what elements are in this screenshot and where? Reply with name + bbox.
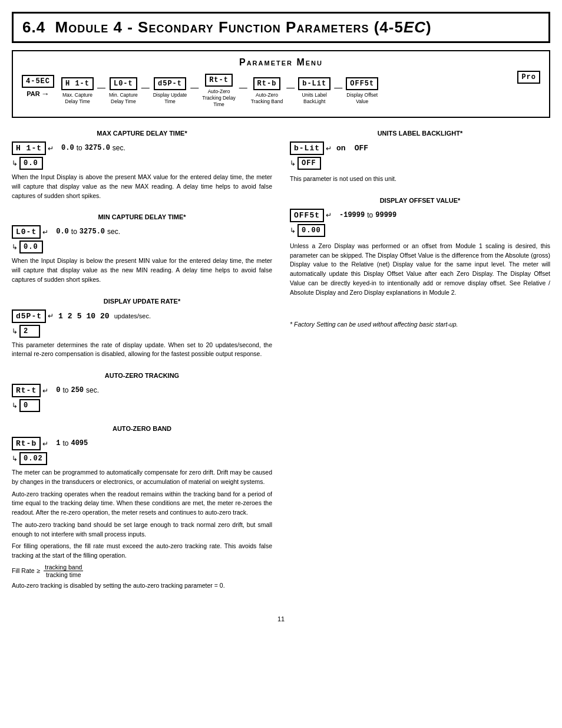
param-menu-start-box: 4-5EC bbox=[22, 75, 54, 88]
display-update-title: DISPLAY UPDATE RATE* bbox=[12, 298, 272, 305]
fill-rate-label: Fill Rate bbox=[12, 567, 35, 574]
param-menu-end-box: Pro bbox=[517, 71, 540, 84]
units-label-options: on OFF bbox=[336, 141, 368, 153]
auto-zero-band-text3: The auto-zero tracking band should be se… bbox=[12, 521, 272, 539]
auto-zero-band-text5: Auto-zero tracking is disabled by settin… bbox=[12, 581, 272, 591]
auto-zero-tracking-title: AUTO-ZERO TRACKING bbox=[12, 372, 272, 379]
menu-item-blit: b-Lit Units LabelBackLight bbox=[298, 77, 330, 105]
menu-arrow-3: — bbox=[190, 83, 199, 99]
max-capture-value: 0.0 bbox=[19, 157, 43, 170]
min-capture-arrow-right-icon: ↵ bbox=[42, 228, 48, 236]
auto-zero-tracking-range: 0 to 250 sec. bbox=[53, 384, 99, 394]
display-update-arrow-icon: ↵ bbox=[48, 312, 54, 320]
min-capture-down-arrow-icon: ↳ bbox=[12, 243, 18, 251]
auto-zero-band-section: AUTO-ZERO BAND Rt-b ↵ ↳ 0.02 1 to 4095 bbox=[12, 425, 272, 591]
min-capture-value: 0.0 bbox=[19, 241, 43, 253]
min-capture-text: When the Input Display is below the pres… bbox=[12, 256, 272, 284]
min-capture-section: MIN CAPTURE DELAY TIME* L0-t ↵ ↳ 0.0 0 bbox=[12, 213, 272, 284]
max-capture-code: H 1-t bbox=[12, 141, 46, 155]
display-update-down-arrow-icon: ↳ bbox=[12, 327, 18, 335]
units-label-title: UNITS LABEL BACKLIGHT* bbox=[290, 130, 550, 137]
display-offset-code: OFF5t bbox=[290, 209, 324, 222]
auto-zero-band-value: 0.02 bbox=[19, 452, 47, 465]
min-capture-range: 0.0 to 3275.0 sec. bbox=[53, 225, 120, 236]
display-offset-arrow-icon: ↵ bbox=[326, 211, 332, 219]
max-capture-section: MAX CAPTURE DELAY TIME* H 1-t ↵ ↳ 0.0 bbox=[12, 130, 272, 200]
fill-rate-numerator: tracking band bbox=[44, 564, 83, 571]
menu-item-rtb: Rt-b Auto-ZeroTracking Band bbox=[251, 77, 283, 105]
menu-arrow-4: — bbox=[239, 83, 247, 99]
units-label-note: This parameter is not used on this unit. bbox=[290, 174, 550, 184]
display-offset-text: Unless a Zero Display was performed or a… bbox=[290, 242, 550, 298]
menu-item-h1t: H 1-t Max. CaptureDelay Time bbox=[61, 77, 94, 105]
auto-zero-tracking-section: AUTO-ZERO TRACKING Rt-t ↵ ↳ 0 0 to 250 bbox=[12, 372, 272, 412]
auto-zero-band-text4: For filling operations, the fill rate mu… bbox=[12, 542, 272, 561]
auto-zero-band-title: AUTO-ZERO BAND bbox=[12, 425, 272, 432]
display-update-code: d5P-t bbox=[12, 309, 46, 323]
auto-zero-tracking-value: 0 bbox=[19, 399, 40, 412]
page-number: 11 bbox=[12, 615, 550, 622]
display-offset-value: 0.00 bbox=[297, 224, 325, 237]
display-update-rates: 1 2 5 10 20 updates/sec. bbox=[58, 309, 151, 321]
display-update-section: DISPLAY UPDATE RATE* d5P-t ↵ ↳ 2 1 bbox=[12, 298, 272, 360]
units-label-section: UNITS LABEL BACKLIGHT* b-Lit ↵ ↳ OFF o bbox=[290, 130, 550, 184]
menu-item-l0t: L0-t Min. CaptureDelay Time bbox=[109, 77, 138, 105]
max-capture-arrow-right-icon: ↵ bbox=[48, 144, 54, 153]
auto-zero-tracking-code: Rt-t bbox=[12, 384, 41, 397]
display-offset-down-arrow-icon: ↳ bbox=[290, 226, 296, 235]
menu-arrow-2: — bbox=[141, 83, 150, 99]
auto-zero-band-down-arrow-icon: ↳ bbox=[12, 454, 18, 463]
auto-zero-band-arrow-icon: ↵ bbox=[42, 440, 48, 448]
display-offset-title: DISPLAY OFFSET VALUE* bbox=[290, 197, 550, 204]
menu-item-d5pt: d5P-t Display UpdateTime bbox=[153, 77, 187, 105]
left-column: MAX CAPTURE DELAY TIME* H 1-t ↵ ↳ 0.0 bbox=[12, 130, 272, 604]
auto-zero-tracking-arrow-icon: ↵ bbox=[42, 387, 48, 395]
display-update-text: This parameter determines the rate of di… bbox=[12, 341, 272, 360]
param-menu-box: Parameter Menu 4-5EC PAR → H 1-t Max. Ca… bbox=[12, 50, 550, 118]
auto-zero-tracking-down-arrow-icon: ↳ bbox=[12, 401, 18, 410]
page-title: 6.4 Module 4 - Secondary Function Parame… bbox=[22, 18, 432, 36]
menu-item-off5t: OFF5t Display OffsetValue bbox=[346, 77, 378, 105]
display-offset-range: -19999 to 99999 bbox=[336, 209, 396, 219]
page-container: 6.4 Module 4 - Secondary Function Parame… bbox=[12, 12, 550, 622]
max-capture-title: MAX CAPTURE DELAY TIME* bbox=[12, 130, 272, 137]
right-column: UNITS LABEL BACKLIGHT* b-Lit ↵ ↳ OFF o bbox=[290, 130, 550, 604]
units-label-arrow-icon: ↵ bbox=[326, 144, 332, 153]
auto-zero-band-range: 1 to 4095 bbox=[53, 437, 88, 447]
menu-arrow-6: — bbox=[334, 83, 342, 99]
max-capture-down-arrow-icon: ↳ bbox=[12, 159, 18, 167]
auto-zero-band-text1: The meter can be programmed to automatic… bbox=[12, 468, 272, 487]
fill-rate-denominator: tracking time bbox=[44, 571, 83, 578]
units-label-value: OFF bbox=[297, 157, 321, 170]
menu-item-rtt: Rt-t Auto-ZeroTracking DelayTime bbox=[202, 74, 235, 108]
display-offset-section: DISPLAY OFFSET VALUE* OFF5t ↵ ↳ 0.00 - bbox=[290, 197, 550, 298]
display-update-value: 2 bbox=[19, 325, 40, 338]
max-capture-range: 0.0 to 3275.0 sec. bbox=[58, 141, 125, 152]
footer-note: * Factory Setting can be used without af… bbox=[290, 321, 550, 328]
auto-zero-band-code: Rt-b bbox=[12, 437, 41, 450]
auto-zero-band-text2: Auto-zero tracking operates when the rea… bbox=[12, 490, 272, 518]
fill-rate-gte: ≥ bbox=[37, 567, 41, 574]
menu-arrow-1: — bbox=[97, 83, 105, 99]
units-label-code: b-Lit bbox=[290, 141, 324, 155]
par-arrow-icon: → bbox=[41, 89, 49, 98]
fill-rate-fraction: tracking band tracking time bbox=[42, 564, 84, 578]
par-label: PAR bbox=[27, 90, 39, 97]
main-content: MAX CAPTURE DELAY TIME* H 1-t ↵ ↳ 0.0 bbox=[12, 130, 550, 604]
max-capture-text: When the Input Display is above the pres… bbox=[12, 173, 272, 200]
units-label-down-arrow-icon: ↳ bbox=[290, 159, 296, 167]
min-capture-title: MIN CAPTURE DELAY TIME* bbox=[12, 213, 272, 220]
title-box: 6.4 Module 4 - Secondary Function Parame… bbox=[12, 12, 550, 43]
min-capture-code: L0-t bbox=[12, 225, 41, 239]
menu-arrow-5: — bbox=[286, 83, 295, 99]
param-menu-title: Parameter Menu bbox=[22, 57, 540, 68]
